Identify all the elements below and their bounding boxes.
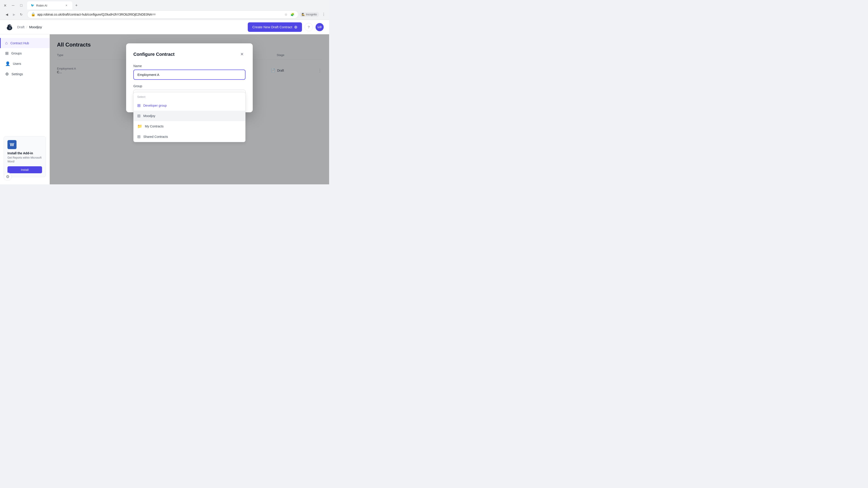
word-letter: W [10, 142, 14, 147]
modal-close-button[interactable]: ✕ [238, 51, 246, 58]
settings-fab-icon: ⚙ [6, 174, 9, 179]
settings-fab-button[interactable]: ⚙ [4, 173, 12, 181]
win-maximize-button[interactable]: □ [18, 2, 24, 8]
group-dropdown: Select ⊞ Developer group ⊞ Moodjoy 📁 [133, 92, 246, 142]
dropdown-item-my-contracts[interactable]: 📁 My Contracts [133, 121, 245, 131]
svg-point-2 [10, 25, 11, 26]
address-icons: ☆ 🧩 [284, 12, 294, 17]
word-addon-icon: W [7, 140, 17, 149]
create-btn-icon: ⊕ [294, 25, 298, 30]
addon-card: W Install the Add-in Get Reports within … [4, 136, 46, 177]
help-icon: ? [308, 25, 310, 29]
address-bar-row: ◀ ▶ ↻ 🔒 app.robinai.co.uk/draft/contract… [0, 9, 329, 20]
create-btn-label: Create New Draft Contract [252, 25, 292, 29]
forward-button[interactable]: ▶ [11, 11, 17, 18]
app-layout: Draft / Moodjoy Create New Draft Contrac… [0, 20, 329, 184]
more-options-button[interactable]: ⋮ [320, 11, 327, 18]
dropdown-item-shared-contracts-label: Shared Contracts [143, 135, 168, 138]
my-contracts-icon: 📁 [137, 124, 142, 129]
modal-header: Configure Contract ✕ [133, 51, 246, 58]
incognito-badge: 🕵 Incognito [299, 12, 319, 17]
sidebar-item-settings[interactable]: ⚙ Settings [0, 69, 50, 79]
addon-title: Install the Add-in [7, 151, 42, 155]
dropdown-item-developer-group-label: Developer group [143, 104, 167, 107]
address-text: app.robinai.co.uk/draft/contract-hub/con… [37, 13, 282, 16]
refresh-button[interactable]: ↻ [18, 11, 24, 18]
sidebar-item-users[interactable]: 👤 Users [0, 59, 50, 69]
sidebar-item-contract-hub[interactable]: ⌂ Contract Hub [0, 38, 50, 48]
dropdown-item-moodjoy-label: Moodjoy [143, 114, 155, 118]
name-input[interactable] [133, 70, 246, 80]
moodjoy-icon: ⊞ [137, 113, 141, 119]
sidebar: ⌂ Contract Hub ⊞ Groups 👤 Users ⚙ Settin… [0, 34, 50, 184]
dropdown-item-shared-contracts[interactable]: ⊞ Shared Contracts [133, 131, 245, 142]
addon-desc: Get Reports within Microsoft Word! [7, 156, 42, 164]
modal-overlay: Configure Contract ✕ Name Group ⊞ De [50, 34, 329, 184]
win-minimize-button[interactable]: ─ [10, 2, 16, 8]
settings-icon: ⚙ [5, 72, 9, 76]
group-label: Group [133, 84, 246, 88]
nav-actions: Create New Draft Contract ⊕ ? LD [248, 22, 324, 32]
dropdown-select-label: Select [133, 92, 245, 100]
lock-icon: 🔒 [31, 12, 35, 17]
sidebar-item-groups-label: Groups [11, 52, 22, 55]
bookmark-icon[interactable]: ☆ [284, 12, 288, 17]
back-button[interactable]: ◀ [4, 11, 10, 18]
incognito-icon: 🕵 [302, 13, 305, 16]
groups-icon: ⊞ [5, 51, 8, 56]
sidebar-item-settings-label: Settings [11, 72, 23, 76]
browser-chrome: ✕ ─ □ 🐦 Robin AI × + ◀ ▶ ↻ 🔒 app.robinai… [0, 0, 329, 20]
configure-contract-modal: Configure Contract ✕ Name Group ⊞ De [126, 43, 253, 112]
dropdown-item-my-contracts-label: My Contracts [145, 125, 163, 128]
tab-bar: ✕ ─ □ 🐦 Robin AI × + [0, 0, 329, 9]
sidebar-item-users-label: Users [13, 62, 21, 66]
window-controls: ✕ ─ □ [2, 2, 24, 8]
breadcrumb: Draft / Moodjoy [17, 25, 42, 29]
modal-title: Configure Contract [133, 52, 175, 57]
name-form-group: Name [133, 64, 246, 80]
sidebar-item-contract-hub-label: Contract Hub [10, 41, 29, 45]
nav-controls: ◀ ▶ ↻ [2, 11, 26, 18]
developer-group-icon: ⊞ [137, 103, 141, 108]
logo [5, 23, 13, 31]
avatar-label: LD [318, 25, 321, 29]
top-nav: Draft / Moodjoy Create New Draft Contrac… [0, 20, 329, 34]
main-content: ⌂ Contract Hub ⊞ Groups 👤 Users ⚙ Settin… [0, 34, 329, 184]
tab-favicon: 🐦 [31, 4, 34, 7]
create-new-draft-button[interactable]: Create New Draft Contract ⊕ [248, 22, 302, 32]
name-label: Name [133, 64, 246, 68]
breadcrumb-current: Moodjoy [29, 25, 42, 29]
win-close-button[interactable]: ✕ [2, 2, 8, 8]
active-tab[interactable]: 🐦 Robin AI × [27, 1, 72, 9]
home-icon: ⌂ [5, 41, 8, 45]
sidebar-item-groups[interactable]: ⊞ Groups [0, 48, 50, 59]
dropdown-item-moodjoy[interactable]: ⊞ Moodjoy [133, 111, 245, 121]
help-button[interactable]: ? [305, 23, 313, 31]
incognito-label: Incognito [306, 13, 317, 16]
extension-icon[interactable]: 🧩 [290, 12, 294, 17]
dropdown-scroll-area[interactable]: Select ⊞ Developer group ⊞ Moodjoy 📁 [133, 92, 245, 142]
dropdown-item-developer-group[interactable]: ⊞ Developer group [133, 100, 245, 111]
users-icon: 👤 [5, 61, 10, 66]
addon-install-button[interactable]: Install [7, 166, 42, 173]
page-content: All Contracts Type Stage Employment A C.… [50, 34, 329, 184]
user-avatar-button[interactable]: LD [315, 23, 324, 31]
browser-actions: 🕵 Incognito ⋮ [299, 11, 327, 18]
address-bar[interactable]: 🔒 app.robinai.co.uk/draft/contract-hub/c… [27, 10, 298, 19]
breadcrumb-draft: Draft [17, 25, 25, 29]
close-icon: ✕ [240, 52, 244, 57]
shared-contracts-icon: ⊞ [137, 134, 141, 139]
breadcrumb-separator: / [26, 25, 27, 29]
tab-close-button[interactable]: × [64, 3, 69, 8]
new-tab-button[interactable]: + [73, 2, 80, 8]
tab-title: Robin AI [36, 4, 62, 7]
